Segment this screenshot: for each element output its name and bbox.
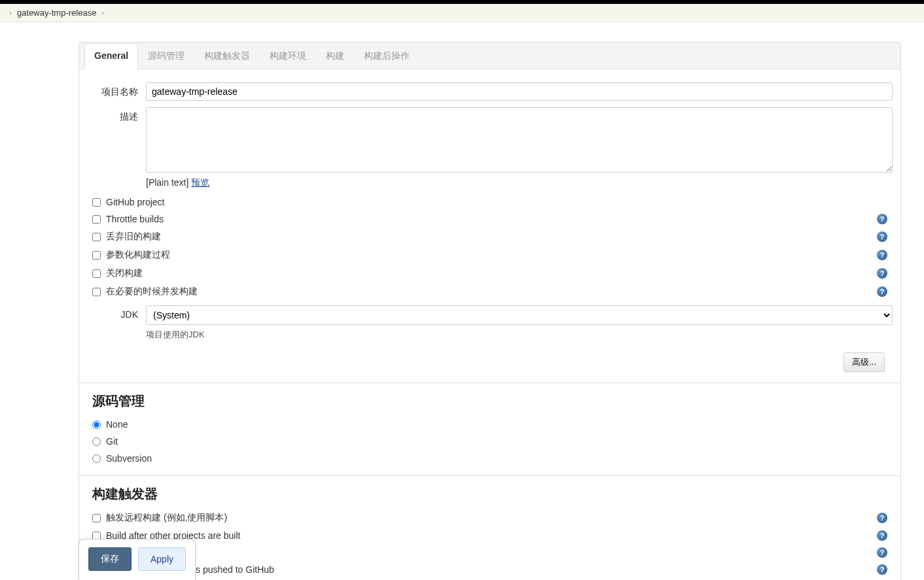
checkbox-disable-label[interactable]: 关闭构建 xyxy=(106,267,877,279)
advanced-button[interactable]: 高级... xyxy=(844,352,885,372)
description-row: 描述 [Plain text] 预览 xyxy=(87,106,893,190)
jdk-help-text: 项目使用的JDK xyxy=(146,329,893,341)
help-icon[interactable]: ? xyxy=(877,268,887,279)
tab-general[interactable]: General xyxy=(84,43,138,69)
help-icon[interactable]: ? xyxy=(877,231,887,242)
help-icon[interactable]: ? xyxy=(877,547,887,558)
checkbox-concurrent-label[interactable]: 在必要的时候并发构建 xyxy=(106,286,877,298)
checkbox-parameterized: 参数化构建过程 ? xyxy=(87,247,893,264)
project-name-row: 项目名称 xyxy=(87,81,893,102)
checkbox-concurrent: 在必要的时候并发构建 ? xyxy=(87,283,893,300)
checkbox-throttle: Throttle builds ? xyxy=(87,211,893,227)
breadcrumb: › gateway-tmp-release › xyxy=(0,4,924,22)
help-icon[interactable]: ? xyxy=(877,513,887,523)
preview-link[interactable]: 预览 xyxy=(191,177,209,188)
tabs-bar: General 源码管理 构建触发器 构建环境 构建 构建后操作 xyxy=(79,43,900,69)
tab-scm[interactable]: 源码管理 xyxy=(138,43,194,69)
help-icon[interactable]: ? xyxy=(877,286,887,297)
checkbox-throttle-input[interactable] xyxy=(92,215,101,224)
save-bar: 保存 Apply xyxy=(79,539,196,580)
scm-git-radio[interactable] xyxy=(92,437,101,446)
apply-button[interactable]: Apply xyxy=(138,547,186,571)
trigger-remote: 触发远程构建 (例如,使用脚本) ? xyxy=(87,509,893,526)
description-textarea[interactable] xyxy=(146,107,893,173)
checkbox-throttle-label[interactable]: Throttle builds xyxy=(106,214,877,224)
checkbox-github-project-label[interactable]: GitHub project xyxy=(106,197,893,207)
scm-header: 源码管理 xyxy=(87,383,893,417)
checkbox-parameterized-label[interactable]: 参数化构建过程 xyxy=(106,249,877,261)
description-help: [Plain text] 预览 xyxy=(146,177,893,189)
help-icon[interactable]: ? xyxy=(877,564,887,575)
checkbox-concurrent-input[interactable] xyxy=(92,288,101,296)
checkbox-disable-input[interactable] xyxy=(92,269,101,278)
project-name-input[interactable] xyxy=(146,82,893,101)
scm-none: None xyxy=(87,417,893,432)
help-icon[interactable]: ? xyxy=(877,250,887,260)
scm-subversion: Subversion xyxy=(87,451,893,466)
checkbox-github-project-input[interactable] xyxy=(92,198,101,207)
project-name-label: 项目名称 xyxy=(87,82,146,98)
tab-triggers[interactable]: 构建触发器 xyxy=(194,43,260,69)
description-label: 描述 xyxy=(87,107,146,123)
save-button[interactable]: 保存 xyxy=(88,547,132,571)
scm-subversion-label[interactable]: Subversion xyxy=(106,453,152,464)
plain-text-label: [Plain text] xyxy=(146,177,188,188)
trigger-after-other: Build after other projects are built ? xyxy=(87,528,893,543)
help-icon[interactable]: ? xyxy=(877,530,887,541)
scm-subversion-radio[interactable] xyxy=(92,454,101,463)
breadcrumb-sep-icon: › xyxy=(9,8,12,18)
breadcrumb-current[interactable]: gateway-tmp-release xyxy=(17,8,96,18)
checkbox-disable: 关闭构建 ? xyxy=(87,265,893,282)
trigger-periodic: Build periodically ? xyxy=(87,545,893,560)
jdk-label: JDK xyxy=(87,305,146,320)
checkbox-discard-old-input[interactable] xyxy=(92,233,101,241)
trigger-github-push: Build when a change is pushed to GitHub … xyxy=(87,562,893,577)
trigger-periodic-label[interactable]: Build periodically xyxy=(106,547,877,558)
help-icon[interactable]: ? xyxy=(877,214,887,224)
scm-none-label[interactable]: None xyxy=(106,419,128,430)
checkbox-discard-old-label[interactable]: 丢弃旧的构建 xyxy=(106,231,877,243)
tab-build-env[interactable]: 构建环境 xyxy=(260,43,316,69)
advanced-row: 高级... xyxy=(87,346,893,373)
tab-build[interactable]: 构建 xyxy=(316,43,354,69)
scm-git: Git xyxy=(87,434,893,449)
jdk-select[interactable]: (System) xyxy=(146,305,893,325)
config-body: 项目名称 描述 [Plain text] 预览 GitHub project T… xyxy=(79,69,900,580)
tab-post-build[interactable]: 构建后操作 xyxy=(354,43,419,69)
trigger-after-other-label[interactable]: Build after other projects are built xyxy=(106,530,877,541)
checkbox-parameterized-input[interactable] xyxy=(92,251,101,260)
scm-git-label[interactable]: Git xyxy=(106,436,118,447)
trigger-github-push-label[interactable]: Build when a change is pushed to GitHub xyxy=(106,564,877,575)
trigger-remote-input[interactable] xyxy=(92,514,101,522)
checkbox-github-project: GitHub project xyxy=(87,194,893,210)
trigger-remote-label[interactable]: 触发远程构建 (例如,使用脚本) xyxy=(106,512,877,524)
config-panel: General 源码管理 构建触发器 构建环境 构建 构建后操作 项目名称 描述… xyxy=(79,42,901,580)
breadcrumb-sep-icon: › xyxy=(101,8,104,18)
triggers-header: 构建触发器 xyxy=(87,476,893,509)
checkbox-discard-old: 丢弃旧的构建 ? xyxy=(87,228,893,245)
scm-none-radio[interactable] xyxy=(92,420,101,429)
jdk-row: JDK (System) 项目使用的JDK xyxy=(87,304,893,342)
